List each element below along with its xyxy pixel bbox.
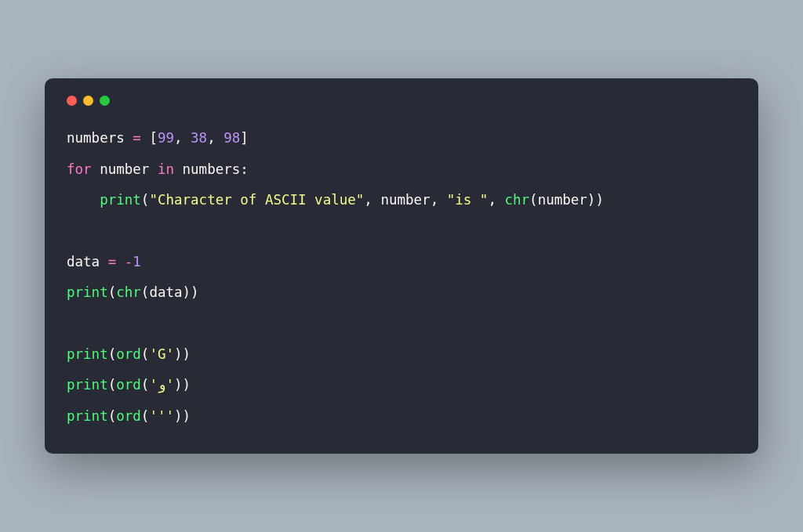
code-token: data — [149, 284, 182, 300]
code-token: ) — [183, 377, 191, 393]
code-line: data = -1 — [67, 247, 736, 277]
code-token: print — [100, 192, 141, 208]
code-token: ) — [174, 377, 183, 393]
code-token: number — [380, 192, 430, 208]
code-token: number — [538, 192, 587, 208]
code-token: ) — [174, 346, 183, 362]
code-token: , — [174, 130, 191, 146]
code-token: ( — [141, 346, 150, 362]
code-token: ( — [141, 284, 150, 300]
code-line: print(ord('و')) — [67, 370, 736, 400]
minimize-icon[interactable] — [83, 96, 93, 106]
code-token: in — [158, 161, 174, 177]
code-token: ( — [529, 192, 538, 208]
code-token: for — [67, 161, 92, 177]
code-line — [67, 308, 736, 338]
code-token: , — [488, 192, 504, 208]
code-token: , — [207, 130, 223, 146]
code-token: ( — [141, 192, 150, 208]
code-token — [67, 192, 100, 208]
code-token: ( — [108, 346, 117, 362]
close-icon[interactable] — [67, 96, 77, 106]
code-line: print(ord(''')) — [67, 401, 736, 432]
code-token: ) — [183, 408, 191, 424]
code-token: = — [100, 254, 125, 270]
code-token: ( — [108, 284, 117, 300]
code-token: ) — [587, 192, 596, 208]
code-token: 'و' — [149, 377, 174, 393]
code-block: numbers = [99, 38, 98]for number in numb… — [67, 123, 736, 432]
code-token: [ — [149, 130, 158, 146]
code-line: for number in numbers: — [67, 154, 736, 185]
code-token: = — [125, 130, 150, 146]
code-token: ord — [116, 377, 141, 393]
code-token: 'G' — [149, 346, 174, 362]
code-token: "Character of ASCII value" — [149, 192, 364, 208]
code-token: , — [431, 192, 447, 208]
code-token: , — [364, 192, 380, 208]
code-token: ) — [191, 284, 199, 300]
code-token: 1 — [133, 254, 141, 270]
code-token: numbers — [67, 130, 125, 146]
maximize-icon[interactable] — [100, 96, 110, 106]
code-window: numbers = [99, 38, 98]for number in numb… — [45, 78, 758, 454]
code-token: 98 — [223, 130, 240, 146]
code-token: ord — [116, 346, 141, 362]
code-token: print — [67, 346, 108, 362]
code-token: ) — [183, 284, 191, 300]
code-token: ] — [240, 130, 249, 146]
code-line — [67, 215, 736, 246]
code-token: ''' — [149, 408, 174, 424]
code-token: ) — [595, 192, 604, 208]
code-token: data — [67, 254, 100, 270]
code-token: ) — [183, 346, 191, 362]
code-line: numbers = [99, 38, 98] — [67, 123, 736, 154]
code-token: print — [67, 284, 108, 300]
code-token: ( — [141, 408, 150, 424]
code-line: print("Character of ASCII value", number… — [67, 185, 736, 215]
code-token: ( — [108, 408, 117, 424]
code-token: ) — [174, 408, 183, 424]
code-token: - — [125, 254, 133, 270]
window-titlebar — [67, 96, 736, 106]
code-token: 99 — [158, 130, 174, 146]
code-token — [92, 161, 100, 177]
code-token: ( — [141, 377, 150, 393]
code-line: print(ord('G')) — [67, 339, 736, 370]
code-token: ord — [116, 408, 141, 424]
code-token: print — [67, 377, 108, 393]
code-token: 38 — [191, 130, 207, 146]
code-token: print — [67, 408, 108, 424]
code-token: : — [240, 161, 249, 177]
code-token: chr — [116, 284, 141, 300]
code-token: number — [100, 161, 149, 177]
code-token: chr — [504, 192, 529, 208]
code-token: "is " — [447, 192, 489, 208]
code-token: ( — [108, 377, 117, 393]
code-token — [149, 161, 158, 177]
code-token: numbers — [183, 161, 241, 177]
code-token — [174, 161, 183, 177]
code-line: print(chr(data)) — [67, 277, 736, 308]
